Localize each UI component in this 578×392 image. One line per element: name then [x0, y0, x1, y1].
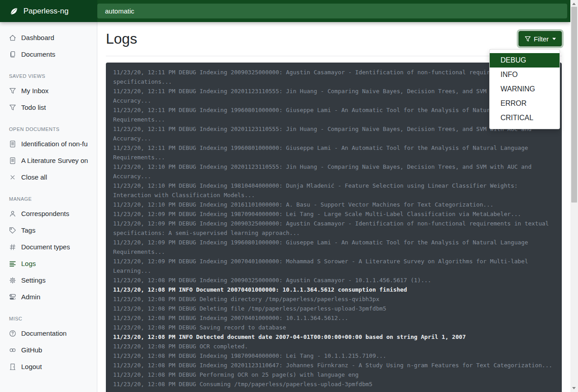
funnel-icon [9, 104, 16, 111]
sidebar-item-a-literature-survey-on[interactable]: A Literature Survey on ... [0, 152, 97, 169]
filter-dropdown-menu: DEBUGINFOWARNINGERRORCRITICAL [489, 49, 560, 129]
log-line: 11/23/20, 12:08 PM DEBUG Performing OCR … [113, 370, 555, 379]
log-line: 11/23/20, 12:09 PM DEBUG Indexing 200704… [113, 257, 555, 275]
sidebar-item-document-types[interactable]: Document types [0, 239, 97, 255]
log-line: 11/23/20, 12:08 PM INFO Document 2007040… [113, 285, 555, 294]
sidebar-item-label: Documentation [21, 329, 67, 337]
sidebar-item-label: Document types [21, 243, 70, 251]
sidebar-item-label: Todo list [21, 104, 46, 111]
log-line: 11/23/20, 12:08 PM DEBUG Indexing 202011… [113, 360, 555, 370]
sidebar-item-label: GitHub [21, 346, 42, 354]
dropdown-item-error[interactable]: ERROR [490, 96, 560, 111]
sidebar-item-label: Settings [21, 276, 46, 284]
funnel-icon [524, 36, 531, 42]
door-icon [9, 363, 16, 370]
scrollbar-up-arrow-icon[interactable] [572, 3, 576, 5]
sidebar-item-github[interactable]: GitHub [0, 342, 97, 358]
person-icon [9, 210, 16, 217]
sidebar-item-label: Logout [21, 363, 42, 370]
tag-icon [9, 227, 16, 234]
sidebar-item-dashboard[interactable]: Dashboard [0, 29, 97, 46]
sidebar-item-label: My Inbox [21, 87, 49, 95]
brand-title: Paperless-ng [23, 7, 68, 16]
app-window: Paperless-ng DashboardDocumentsSAVED VIE… [0, 0, 578, 392]
caret-down-icon [552, 38, 556, 40]
global-search-input[interactable] [97, 4, 567, 18]
page-scrollbar[interactable] [570, 0, 578, 392]
close-icon [9, 174, 16, 181]
sidebar-item-label: Documents [21, 50, 55, 58]
sidebar-item-label: Close all [21, 173, 47, 181]
log-line: 11/23/20, 12:08 PM DEBUG Deleting direct… [113, 294, 555, 304]
house-icon [9, 34, 16, 41]
sidebar-item-label: Logs [21, 260, 36, 267]
log-line: 11/23/20, 12:08 PM DEBUG Saving record t… [113, 323, 555, 332]
leaf-logo-icon [9, 6, 19, 16]
log-line: 11/23/20, 12:08 PM DEBUG Indexing 200903… [113, 275, 555, 285]
sidebar-item-admin[interactable]: Admin [0, 288, 97, 305]
question-circle-icon [9, 330, 16, 337]
log-line: 11/23/20, 12:10 PM DEBUG Indexing 198104… [113, 181, 555, 200]
sidebar-item-documentation[interactable]: Documentation [0, 325, 97, 342]
log-line: 11/23/20, 12:08 PM DEBUG Consuming /tmp/… [113, 379, 555, 389]
log-line: 11/23/20, 12:11 PM DEBUG Indexing 202011… [113, 124, 555, 143]
log-line: 11/23/20, 12:08 PM INFO Detected documen… [113, 332, 555, 342]
log-line: 11/23/20, 12:08 PM DEBUG Indexing 200704… [113, 313, 555, 323]
gear-icon [9, 277, 16, 284]
brand[interactable]: Paperless-ng [0, 0, 97, 22]
sidebar-item-close-all[interactable]: Close all [0, 169, 97, 185]
sidebar-section-title: MISC [0, 305, 97, 325]
log-line: 11/23/20, 12:09 PM DEBUG Indexing 199608… [113, 238, 555, 257]
log-line: 11/23/20, 12:09 PM DEBUG Indexing 200903… [113, 219, 555, 238]
log-line: 11/23/20, 12:11 PM DEBUG Indexing 199608… [113, 105, 555, 124]
sidebar-item-tags[interactable]: Tags [0, 222, 97, 239]
link-icon [9, 347, 16, 354]
log-line: 11/23/20, 12:11 PM DEBUG Indexing 200903… [113, 68, 555, 86]
log-line: 11/23/20, 12:09 PM DEBUG Indexing 198709… [113, 209, 555, 219]
log-line: 11/23/20, 12:08 PM DEBUG Deleting file /… [113, 304, 555, 313]
sidebar-item-identification-of-non-fu[interactable]: Identification of non-fu... [0, 135, 97, 152]
file-text-icon [9, 157, 16, 164]
dropdown-item-debug[interactable]: DEBUG [490, 53, 560, 68]
sidebar-item-logout[interactable]: Logout [0, 358, 97, 375]
file-text-icon [9, 140, 16, 148]
sidebar-section-title: MANAGE [0, 185, 97, 205]
log-line: 11/23/20, 12:08 PM DEBUG OCR completed. [113, 342, 555, 351]
sidebar-item-label: Dashboard [21, 34, 54, 41]
log-line: 11/23/20, 12:11 PM DEBUG Indexing 199608… [113, 143, 555, 162]
sidebar-item-logs[interactable]: Logs [0, 255, 97, 272]
funnel-icon [9, 87, 16, 95]
sidebar-item-label: Identification of non-fu... [21, 140, 88, 148]
log-line: 11/23/20, 12:11 PM DEBUG Indexing 202011… [113, 86, 555, 105]
sidebar-item-label: Admin [21, 293, 41, 301]
list-icon [9, 260, 16, 267]
log-line: 11/23/20, 12:10 PM DEBUG Indexing 201611… [113, 200, 555, 209]
filter-button[interactable]: Filter [519, 31, 562, 46]
log-line: 11/23/20, 12:10 PM DEBUG Indexing 202011… [113, 162, 555, 181]
sidebar-section-title: OPEN DOCUMENTS [0, 116, 97, 135]
page-header: Logs Filter [97, 22, 570, 48]
dropdown-item-warning[interactable]: WARNING [490, 82, 560, 96]
sidebar-item-todo-list[interactable]: Todo list [0, 99, 97, 116]
scrollbar-down-arrow-icon[interactable] [572, 387, 576, 389]
page-title: Logs [106, 30, 137, 48]
sidebar: DashboardDocumentsSAVED VIEWSMy InboxTod… [0, 22, 97, 392]
sidebar-section-title: SAVED VIEWS [0, 63, 97, 82]
sidebar-item-my-inbox[interactable]: My Inbox [0, 82, 97, 99]
sidebar-item-correspondents[interactable]: Correspondents [0, 205, 97, 222]
files-icon [9, 51, 16, 58]
dropdown-item-critical[interactable]: CRITICAL [490, 111, 560, 125]
sidebar-item-label: A Literature Survey on ... [21, 157, 88, 164]
sidebar-item-documents[interactable]: Documents [0, 46, 97, 63]
sidebar-item-label: Tags [21, 226, 36, 234]
hash-icon [9, 243, 16, 251]
dropdown-item-info[interactable]: INFO [490, 68, 560, 82]
log-line: 11/23/20, 12:08 PM DEBUG Indexing 198709… [113, 351, 555, 360]
sidebar-item-settings[interactable]: Settings [0, 272, 97, 288]
sidebar-item-label: Correspondents [21, 210, 69, 217]
toggles-icon [9, 293, 16, 301]
top-navbar: Paperless-ng [0, 0, 570, 22]
filter-button-label: Filter [534, 35, 549, 43]
scrollbar-thumb[interactable] [571, 7, 577, 203]
